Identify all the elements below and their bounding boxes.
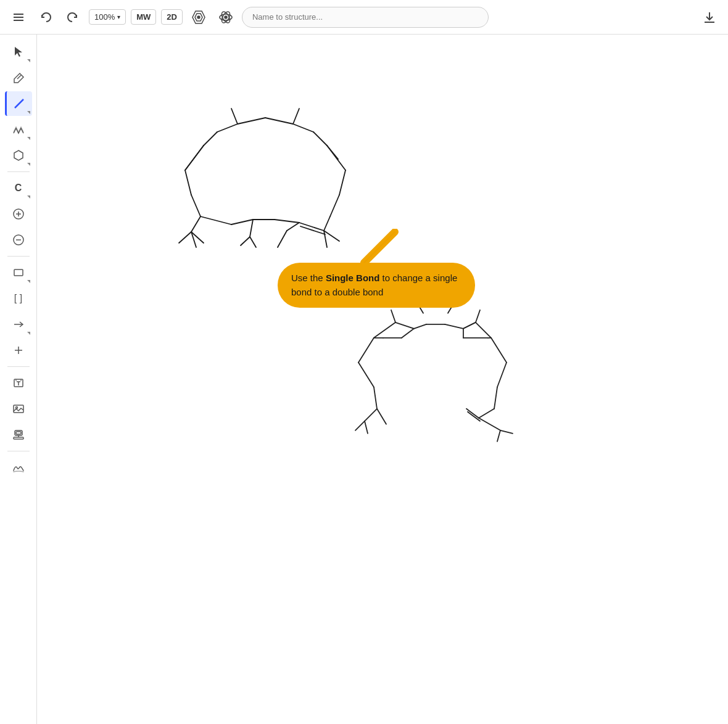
svg-line-42: [491, 338, 507, 363]
svg-line-40: [358, 338, 374, 363]
text-tool[interactable]: [5, 371, 32, 395]
divider-1: [7, 171, 30, 172]
svg-rect-30: [14, 437, 23, 439]
svg-line-43: [497, 363, 507, 387]
tooltip-text: Use the Single Bond to change a single b…: [291, 273, 457, 297]
svg-line-47: [355, 421, 365, 430]
svg-line-78: [179, 232, 191, 243]
svg-line-69: [217, 124, 238, 132]
svg-line-63: [414, 324, 426, 329]
svg-line-68: [204, 132, 217, 146]
svg-line-90: [265, 118, 293, 124]
svg-line-70: [293, 124, 313, 132]
bracket-label: [ ]: [14, 293, 22, 304]
svg-line-76: [191, 195, 201, 216]
zoom-chevron: ▾: [117, 14, 120, 20]
charge-plus-tool[interactable]: [5, 202, 32, 226]
svg-line-67: [293, 109, 299, 124]
download-button[interactable]: [698, 6, 721, 28]
svg-line-51: [479, 418, 500, 430]
svg-line-56: [402, 329, 414, 338]
svg-line-92: [185, 158, 194, 170]
app-container: 100% ▾ MW 2D: [0, 0, 728, 724]
divider-2: [7, 256, 30, 257]
main-area: C: [0, 35, 728, 724]
signature-tool[interactable]: [5, 455, 32, 480]
svg-line-55: [497, 430, 500, 442]
undo-button[interactable]: [35, 6, 57, 28]
svg-rect-19: [14, 269, 23, 276]
charge-minus-tool[interactable]: [5, 228, 32, 252]
erase-tool[interactable]: [5, 65, 32, 90]
tooltip-arrow-svg: [327, 229, 413, 266]
name-to-structure-input[interactable]: [242, 7, 489, 28]
svg-line-12: [15, 99, 23, 108]
svg-line-45: [365, 409, 377, 421]
tooltip-container: Use the Single Bond to change a single b…: [278, 263, 475, 308]
svg-line-95: [231, 220, 253, 224]
svg-line-66: [231, 109, 238, 124]
left-sidebar: C: [0, 35, 37, 724]
svg-point-9: [225, 16, 227, 19]
svg-line-35: [395, 323, 414, 329]
svg-line-41: [358, 363, 374, 387]
svg-line-87: [287, 223, 299, 231]
top-toolbar: 100% ▾ MW 2D: [0, 0, 728, 35]
redo-button[interactable]: [62, 6, 84, 28]
menu-button[interactable]: [7, 6, 30, 28]
rectangle-tool[interactable]: [5, 260, 32, 285]
bond-tool[interactable]: [5, 91, 32, 116]
svg-line-88: [278, 231, 287, 247]
svg-line-50: [479, 409, 494, 418]
svg-line-93: [327, 146, 338, 159]
divider-4: [7, 451, 30, 451]
svg-line-39: [476, 310, 480, 323]
svg-line-91: [194, 146, 204, 158]
stamp-tool[interactable]: [5, 422, 32, 447]
svg-line-98: [250, 220, 253, 237]
svg-line-75: [339, 170, 345, 195]
svg-line-97: [275, 220, 299, 223]
svg-line-52: [466, 409, 479, 418]
mw-button[interactable]: MW: [131, 9, 156, 25]
svg-line-53: [468, 412, 480, 421]
tooltip-bold: Single Bond: [326, 273, 380, 283]
zoom-control[interactable]: 100% ▾: [89, 9, 126, 25]
atom-c-label: C: [15, 183, 22, 194]
svg-line-80: [330, 195, 339, 216]
svg-marker-13: [14, 150, 23, 160]
svg-line-48: [365, 421, 368, 434]
zoom-level: 100%: [94, 12, 115, 22]
svg-line-34: [374, 323, 395, 338]
svg-line-100: [250, 237, 256, 247]
atom-icon-button[interactable]: [215, 6, 237, 28]
svg-line-77: [191, 216, 201, 232]
2d-button[interactable]: 2D: [161, 9, 183, 25]
structure-icon-button[interactable]: [188, 6, 210, 28]
svg-line-59: [463, 323, 476, 329]
svg-line-49: [494, 387, 497, 409]
svg-line-54: [500, 430, 513, 434]
svg-rect-29: [16, 432, 21, 434]
ring-tool[interactable]: [5, 143, 32, 168]
svg-line-94: [201, 216, 231, 224]
svg-line-38: [476, 323, 491, 338]
svg-point-5: [197, 16, 200, 19]
plus-tool[interactable]: [5, 338, 32, 363]
canvas-area[interactable]: Use the Single Bond to change a single b…: [37, 35, 728, 724]
bracket-tool[interactable]: [ ]: [5, 286, 32, 311]
svg-line-73: [185, 170, 191, 195]
chain-tool[interactable]: [5, 117, 32, 142]
svg-line-46: [377, 409, 386, 424]
image-tool[interactable]: [5, 397, 32, 421]
svg-line-36: [391, 310, 395, 323]
tooltip-bubble: Use the Single Bond to change a single b…: [278, 263, 475, 308]
svg-line-99: [241, 237, 250, 245]
svg-line-89: [238, 118, 265, 124]
svg-line-65: [445, 324, 463, 329]
atom-c-tool[interactable]: C: [5, 176, 32, 200]
arrow-tool[interactable]: [5, 312, 32, 337]
svg-line-71: [313, 132, 327, 146]
divider-3: [7, 366, 30, 367]
select-tool[interactable]: [5, 39, 32, 64]
